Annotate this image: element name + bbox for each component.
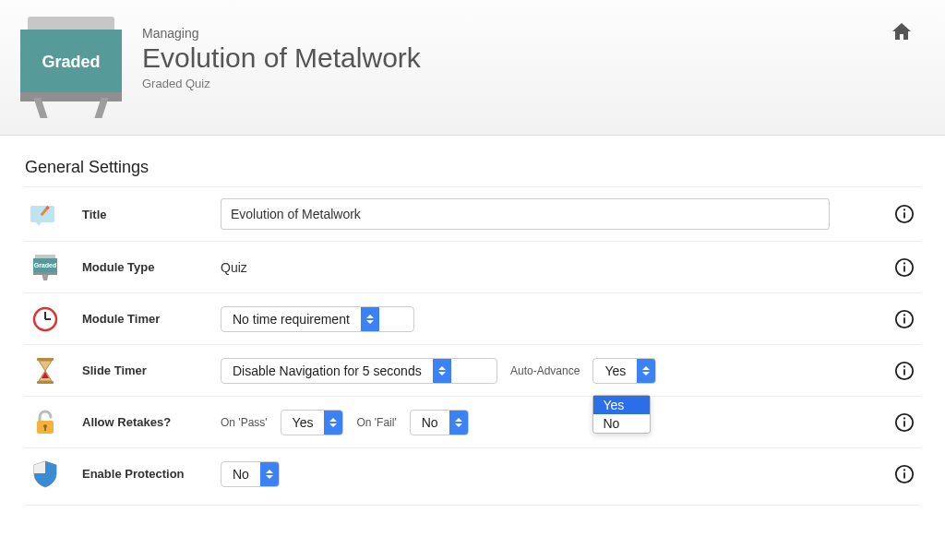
on-fail-label: On 'Fail' [356, 416, 396, 429]
select-caret-icon [449, 411, 468, 435]
module-type-label: Module Type [82, 260, 221, 274]
module-timer-select[interactable]: No time requirement [221, 306, 414, 332]
slide-timer-select[interactable]: Disable Navigation for 5 seconds [221, 358, 497, 384]
svg-rect-6 [35, 255, 55, 258]
svg-rect-28 [44, 426, 46, 431]
row-module-type: Graded Module Type Quiz [25, 241, 920, 292]
module-badge: Graded [20, 17, 122, 118]
row-title: Title [25, 186, 920, 241]
on-fail-select[interactable]: No [410, 410, 469, 435]
on-pass-select[interactable]: Yes [281, 410, 344, 435]
row-slide-timer: Slide Timer Disable Navigation for 5 sec… [25, 344, 920, 396]
info-button-enable-protection[interactable] [894, 464, 915, 484]
on-pass-value: Yes [281, 415, 325, 430]
info-icon [894, 412, 915, 433]
enable-protection-icon [29, 460, 62, 488]
lock-icon [34, 410, 56, 435]
title-icon [29, 200, 62, 228]
module-type-value: Quiz [221, 260, 247, 275]
auto-advance-value: Yes [593, 363, 637, 378]
auto-advance-select[interactable]: Yes [592, 358, 656, 384]
slide-timer-label: Slide Timer [82, 363, 221, 377]
svg-point-25 [903, 365, 905, 367]
info-button-module-timer[interactable] [894, 309, 915, 329]
general-settings-section: General Settings Title Graded [6, 136, 939, 515]
clock-icon [32, 306, 58, 332]
svg-point-5 [903, 209, 905, 210]
info-button-allow-retakes[interactable] [894, 412, 915, 433]
enable-protection-value: No [221, 467, 260, 482]
module-type-icon: Graded [29, 254, 62, 281]
info-icon [894, 204, 915, 224]
section-heading: General Settings [25, 158, 920, 177]
info-icon [894, 361, 915, 381]
slide-timer-icon [29, 357, 62, 385]
select-caret-icon [260, 462, 279, 486]
svg-point-31 [903, 417, 905, 419]
title-label: Title [82, 208, 221, 221]
info-button-slide-timer[interactable] [894, 361, 915, 381]
select-caret-icon [433, 359, 451, 383]
auto-advance-option-yes[interactable]: Yes [593, 396, 650, 414]
info-icon [894, 309, 915, 329]
select-caret-icon [324, 411, 342, 435]
header-text-block: Managing Evolution of Metalwork Graded Q… [142, 17, 421, 90]
section-divider [25, 505, 920, 506]
hourglass-icon [35, 358, 55, 384]
enable-protection-select[interactable]: No [221, 461, 280, 487]
allow-retakes-icon [29, 409, 62, 436]
enable-protection-label: Enable Protection [82, 467, 221, 481]
auto-advance-label: Auto-Advance [510, 364, 580, 377]
svg-point-14 [903, 262, 905, 264]
auto-advance-option-no[interactable]: No [593, 414, 650, 433]
module-timer-icon [29, 305, 62, 333]
home-button[interactable] [890, 20, 914, 45]
info-icon [894, 464, 915, 484]
module-timer-label: Module Timer [82, 312, 221, 326]
svg-rect-9 [33, 272, 57, 275]
row-module-timer: Module Timer No time requirement [25, 292, 920, 344]
shield-icon [33, 460, 57, 488]
row-enable-protection: Enable Protection No [25, 447, 920, 499]
row-allow-retakes: Allow Retakes? On 'Pass' Yes On 'Fail' N… [25, 396, 920, 447]
header-kicker: Managing [142, 26, 421, 41]
title-input[interactable] [221, 198, 830, 230]
info-button-title[interactable] [894, 204, 915, 224]
svg-point-20 [903, 314, 905, 316]
home-icon [890, 20, 914, 42]
info-icon [894, 257, 915, 278]
module-timer-value: No time requirement [221, 312, 361, 327]
select-caret-icon [637, 359, 655, 383]
page-header: Graded Managing Evolution of Metalwork G… [0, 0, 945, 136]
svg-text:Graded: Graded [34, 262, 57, 268]
on-pass-label: On 'Pass' [221, 416, 268, 429]
module-badge-label: Graded [20, 30, 122, 94]
auto-advance-dropdown: Yes No [592, 395, 651, 434]
select-caret-icon [361, 307, 379, 331]
slide-timer-value: Disable Navigation for 5 seconds [221, 363, 433, 378]
allow-retakes-label: Allow Retakes? [82, 415, 221, 429]
info-button-module-type[interactable] [894, 257, 915, 278]
svg-point-34 [903, 469, 905, 471]
page-title: Evolution of Metalwork [142, 42, 421, 73]
page-subtitle: Graded Quiz [142, 77, 421, 90]
on-fail-value: No [411, 415, 449, 430]
